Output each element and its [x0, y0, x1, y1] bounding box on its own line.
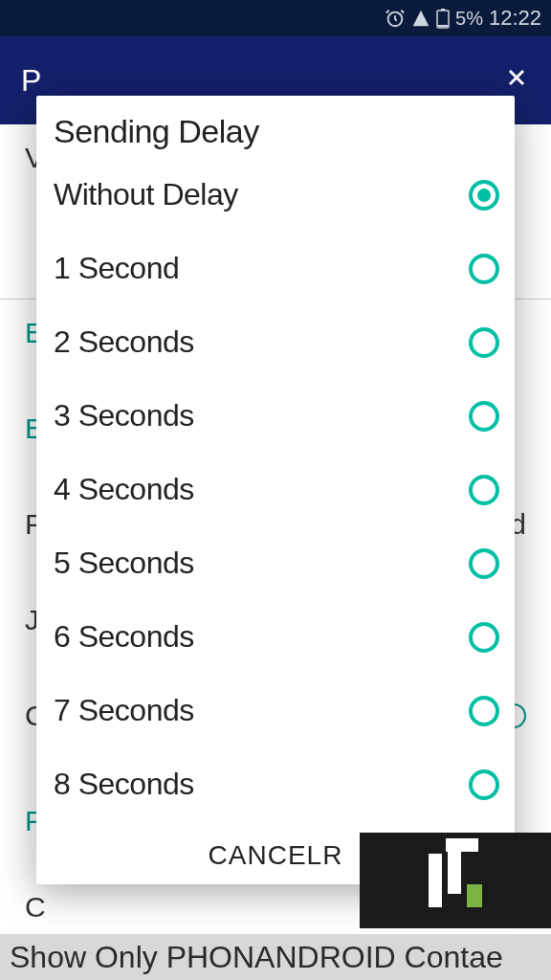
close-icon[interactable]: [503, 63, 530, 99]
signal-icon: [411, 9, 430, 28]
option-label: 8 Seconds: [54, 767, 194, 802]
logo-overlay: [360, 833, 551, 928]
option-6-seconds[interactable]: 6 Seconds: [36, 600, 515, 674]
svg-rect-2: [441, 9, 445, 11]
radio-icon: [469, 696, 499, 726]
status-bar: 5% 12:22: [0, 0, 551, 36]
battery-icon: [436, 8, 450, 29]
option-label: Without Delay: [54, 177, 238, 212]
option-3-seconds[interactable]: 3 Seconds: [36, 379, 515, 453]
battery-percent: 5%: [455, 8, 483, 30]
radio-icon: [469, 622, 499, 653]
dialog-option-list[interactable]: Without Delay 1 Second 2 Seconds 3 Secon…: [36, 158, 515, 827]
svg-rect-3: [438, 25, 448, 27]
option-8-seconds[interactable]: 8 Seconds: [36, 747, 515, 821]
option-label: 6 Seconds: [54, 619, 194, 655]
radio-icon: [469, 180, 499, 211]
alarm-icon: [385, 8, 406, 29]
bottom-ticker: Show Only PHONANDROID Contae: [0, 934, 551, 980]
header-title-fragment: P: [21, 63, 41, 99]
radio-icon: [469, 254, 499, 284]
option-label: 3 Seconds: [54, 398, 194, 434]
radio-icon: [469, 769, 499, 800]
logo-icon: [429, 854, 482, 907]
sending-delay-dialog: Sending Delay Without Delay 1 Second 2 S…: [36, 96, 515, 884]
dialog-title: Sending Delay: [36, 96, 515, 158]
radio-icon: [469, 548, 499, 579]
option-5-seconds[interactable]: 5 Seconds: [36, 526, 515, 600]
radio-icon: [469, 401, 499, 432]
radio-icon: [469, 475, 499, 505]
option-1-second[interactable]: 1 Second: [36, 232, 515, 305]
radio-icon: [469, 327, 499, 358]
option-label: 4 Seconds: [54, 472, 194, 507]
option-label: 7 Seconds: [54, 693, 194, 728]
status-time: 12:22: [489, 6, 541, 31]
option-4-seconds[interactable]: 4 Seconds: [36, 453, 515, 526]
option-7-seconds[interactable]: 7 Seconds: [36, 674, 515, 747]
ticker-text: Show Only PHONANDROID Contae: [10, 940, 503, 975]
option-label: 2 Seconds: [54, 324, 194, 360]
option-label: 1 Second: [54, 251, 179, 286]
option-label: 5 Seconds: [54, 546, 194, 581]
option-2-seconds[interactable]: 2 Seconds: [36, 305, 515, 379]
option-without-delay[interactable]: Without Delay: [36, 158, 515, 232]
